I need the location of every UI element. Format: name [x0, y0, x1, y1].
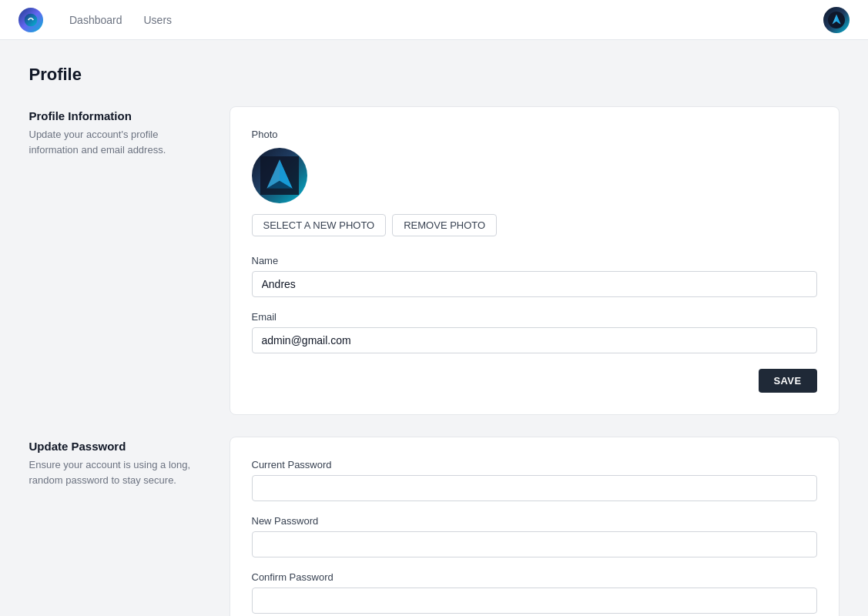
email-input[interactable]: [252, 327, 817, 353]
current-password-group: Current Password: [252, 459, 817, 501]
password-card: Current Password New Password Confirm Pa…: [230, 437, 840, 616]
profile-card: Photo SELECT A NEW PHOTO REMOVE PHOTO Na…: [230, 106, 840, 415]
remove-photo-button[interactable]: REMOVE PHOTO: [392, 214, 497, 236]
user-avatar[interactable]: [823, 7, 850, 33]
svg-point-0: [25, 13, 38, 26]
select-photo-button[interactable]: SELECT A NEW PHOTO: [252, 214, 387, 236]
email-field-group: Email: [252, 311, 817, 353]
current-password-input[interactable]: [252, 475, 817, 501]
photo-buttons: SELECT A NEW PHOTO REMOVE PHOTO: [252, 214, 817, 236]
name-input[interactable]: [252, 271, 817, 297]
profile-card-footer: SAVE: [252, 369, 817, 393]
current-password-label: Current Password: [252, 459, 817, 470]
name-field-group: Name: [252, 255, 817, 297]
email-label: Email: [252, 311, 817, 323]
nav-users[interactable]: Users: [136, 9, 180, 31]
profile-section-label: Profile Information Update your account'…: [29, 106, 199, 415]
new-password-label: New Password: [252, 515, 817, 527]
app-logo: [18, 8, 43, 32]
password-section: Update Password Ensure your account is u…: [29, 437, 840, 616]
profile-section-heading: Profile Information: [29, 109, 199, 122]
avatar: [252, 148, 307, 203]
name-label: Name: [252, 255, 817, 266]
confirm-password-input[interactable]: [252, 588, 817, 614]
new-password-group: New Password: [252, 515, 817, 557]
new-password-input[interactable]: [252, 531, 817, 557]
password-section-heading: Update Password: [29, 440, 199, 453]
main-content: Profile Profile Information Update your …: [11, 40, 858, 616]
profile-section-description: Update your account's profile informatio…: [29, 127, 199, 157]
profile-section: Profile Information Update your account'…: [29, 106, 840, 415]
password-section-label: Update Password Ensure your account is u…: [29, 437, 199, 616]
profile-save-button[interactable]: SAVE: [759, 369, 817, 393]
confirm-password-label: Confirm Password: [252, 571, 817, 583]
page-title: Profile: [29, 65, 840, 85]
confirm-password-group: Confirm Password: [252, 571, 817, 614]
photo-label: Photo: [252, 129, 817, 140]
navbar: Dashboard Users: [0, 0, 868, 40]
password-section-description: Ensure your account is using a long, ran…: [29, 457, 199, 487]
nav-links: Dashboard Users: [62, 9, 805, 31]
nav-dashboard[interactable]: Dashboard: [62, 9, 130, 31]
